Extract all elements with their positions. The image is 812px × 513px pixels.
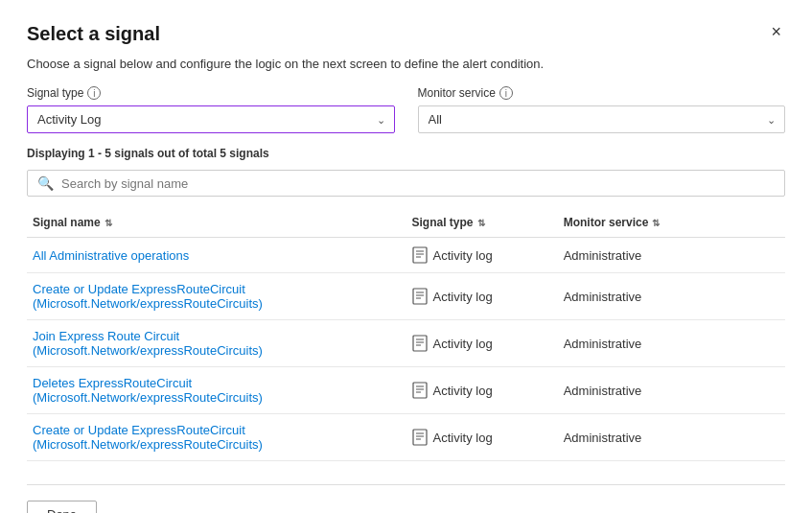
dialog-title: Select a signal	[27, 23, 160, 45]
svg-rect-16	[413, 430, 427, 445]
table-row: Deletes ExpressRouteCircuit (Microsoft.N…	[27, 367, 785, 414]
signal-type-info-icon[interactable]: i	[87, 86, 101, 100]
sort-icon-monitor-service[interactable]: ⇅	[652, 218, 660, 228]
signal-link[interactable]: Join Express Route Circuit (Microsoft.Ne…	[33, 329, 263, 358]
dialog-header: Select a signal ×	[27, 23, 785, 45]
signal-link[interactable]: All Administrative operations	[33, 248, 189, 263]
signals-table: Signal name ⇅ Signal type ⇅ Monitor serv…	[27, 208, 785, 461]
cell-signal-name: Deletes ExpressRouteCircuit (Microsoft.N…	[27, 367, 406, 414]
cell-signal-type: Activity log	[406, 414, 558, 461]
activity-log-icon	[412, 246, 428, 264]
activity-log-label: Activity log	[433, 248, 493, 263]
activity-log-label: Activity log	[433, 431, 493, 445]
dialog-footer: Done	[27, 484, 785, 513]
svg-rect-8	[413, 336, 427, 351]
col-header-signal-type: Signal type ⇅	[406, 208, 558, 238]
table-header: Signal name ⇅ Signal type ⇅ Monitor serv…	[27, 208, 785, 238]
signal-link[interactable]: Deletes ExpressRouteCircuit (Microsoft.N…	[33, 376, 263, 405]
svg-rect-0	[413, 247, 427, 263]
monitor-service-group: Monitor service i All Administrative Act…	[418, 86, 786, 133]
activity-log-label: Activity log	[433, 337, 493, 351]
cell-monitor-service: Administrative	[558, 320, 785, 367]
cell-signal-name: Create or Update ExpressRouteCircuit (Mi…	[27, 273, 406, 320]
search-icon: 🔍	[37, 175, 54, 191]
cell-monitor-service: Administrative	[558, 273, 785, 320]
monitor-service-label: Monitor service i	[418, 86, 786, 100]
search-input[interactable]	[61, 176, 775, 191]
cell-monitor-service: Administrative	[558, 414, 785, 461]
sort-icon-signal-name[interactable]: ⇅	[104, 218, 112, 228]
signal-link[interactable]: Create or Update ExpressRouteCircuit (Mi…	[33, 282, 263, 311]
cell-monitor-service: Administrative	[558, 238, 785, 273]
cell-signal-name: Join Express Route Circuit (Microsoft.Ne…	[27, 320, 406, 367]
table-row: Create or Update ExpressRouteCircuit (Mi…	[27, 414, 785, 461]
cell-signal-type: Activity log	[406, 273, 558, 320]
signal-link[interactable]: Create or Update ExpressRouteCircuit (Mi…	[33, 423, 263, 452]
signal-type-label: Signal type i	[27, 86, 395, 100]
table-row: Create or Update ExpressRouteCircuit (Mi…	[27, 273, 785, 320]
sort-icon-signal-type[interactable]: ⇅	[477, 218, 485, 228]
table-row: Join Express Route Circuit (Microsoft.Ne…	[27, 320, 785, 367]
activity-log-icon	[412, 382, 428, 399]
table-body: All Administrative operations Activ	[27, 238, 785, 461]
col-header-signal-name: Signal name ⇅	[27, 208, 406, 238]
activity-log-icon	[412, 335, 428, 352]
monitor-service-select[interactable]: All Administrative Activity Log	[418, 105, 786, 133]
filter-row: Signal type i Activity Log Metric Log ⌄ …	[27, 86, 785, 133]
svg-rect-12	[413, 383, 427, 398]
cell-monitor-service: Administrative	[558, 367, 785, 414]
done-button[interactable]: Done	[27, 501, 97, 513]
signal-type-select[interactable]: Activity Log Metric Log	[27, 105, 395, 133]
cell-signal-name: Create or Update ExpressRouteCircuit (Mi…	[27, 414, 406, 461]
activity-log-label: Activity log	[433, 384, 493, 398]
dialog-description: Choose a signal below and configure the …	[27, 57, 785, 71]
cell-signal-name: All Administrative operations	[27, 238, 406, 273]
signal-type-select-wrapper: Activity Log Metric Log ⌄	[27, 105, 395, 133]
cell-signal-type: Activity log	[406, 238, 558, 273]
search-box[interactable]: 🔍	[27, 170, 785, 197]
svg-rect-4	[413, 289, 427, 304]
activity-log-icon	[412, 429, 428, 446]
monitor-service-info-icon[interactable]: i	[499, 86, 513, 100]
displaying-count: Displaying 1 - 5 signals out of total 5 …	[27, 147, 785, 160]
cell-signal-type: Activity log	[406, 367, 558, 414]
cell-signal-type: Activity log	[406, 320, 558, 367]
close-button[interactable]: ×	[767, 23, 785, 40]
col-header-monitor-service: Monitor service ⇅	[558, 208, 785, 238]
select-signal-dialog: Select a signal × Choose a signal below …	[0, 0, 812, 513]
activity-log-label: Activity log	[433, 290, 493, 304]
activity-log-icon	[412, 288, 428, 305]
signal-type-group: Signal type i Activity Log Metric Log ⌄	[27, 86, 395, 133]
table-row: All Administrative operations Activ	[27, 238, 785, 273]
monitor-service-select-wrapper: All Administrative Activity Log ⌄	[418, 105, 786, 133]
